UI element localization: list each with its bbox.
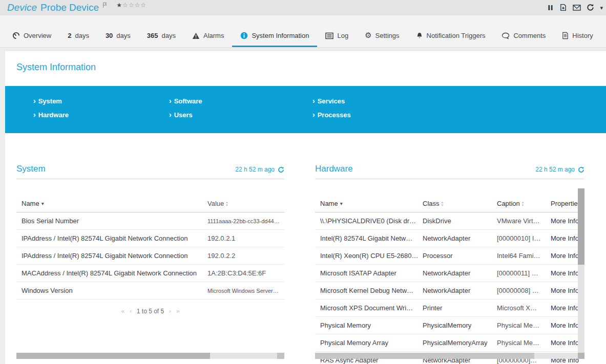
tab-alarms[interactable]: Alarms	[184, 32, 232, 47]
tab-number: 30	[106, 32, 113, 39]
row-name: Microsoft ISATAP Adapter	[320, 269, 423, 277]
quicklink-services[interactable]: ›Services	[312, 97, 351, 105]
hardware-col-caption[interactable]: Caption ▴▾	[497, 200, 551, 207]
row-caption: [00000010] I…	[497, 234, 551, 242]
device-title: Device Probe Device ★☆☆☆☆	[7, 0, 147, 15]
priority-flag-icon[interactable]	[102, 2, 108, 8]
quicklinks-band: ›System ›Hardware ›Software ›Users ›Serv…	[5, 86, 606, 133]
device-header-bar: Device Probe Device ★☆☆☆☆ ▾	[0, 0, 606, 15]
horizontal-scrollbar-thumb[interactable]	[315, 353, 534, 359]
tab-overview[interactable]: Overview	[4, 32, 59, 47]
quicklink-users[interactable]: ›Users	[169, 111, 202, 119]
tab-bar: Overview 2 days 30 days 365 days Alarms …	[0, 15, 606, 48]
system-updated: 22 h 52 m ago	[235, 166, 284, 173]
hardware-vertical-scrollbar[interactable]	[578, 188, 584, 353]
table-row[interactable]: Windows Version Microsoft Windows Server…	[16, 282, 284, 299]
tab-log[interactable]: Log	[317, 32, 357, 47]
table-row[interactable]: Physical Memory PhysicalMemory Physical …	[315, 317, 584, 334]
hardware-updated-text: 22 h 52 m ago	[535, 166, 575, 173]
table-row[interactable]: Microsoft ISATAP Adapter NetworkAdapter …	[315, 265, 584, 282]
table-row[interactable]: MACAddress / Intel(R) 82574L Gigabit Net…	[16, 265, 284, 282]
email-icon[interactable]	[573, 4, 581, 11]
row-value: 192.0.2.2	[207, 252, 284, 260]
row-name: Intel(R) Xeon(R) CPU E5-2680…	[320, 252, 423, 260]
quicklink-hardware[interactable]: ›Hardware	[33, 111, 69, 119]
table-row[interactable]: Intel(R) 82574L Gigabit Netw… NetworkAda…	[315, 230, 584, 247]
clone-device-icon[interactable]	[559, 4, 567, 11]
tab-365-days[interactable]: 365 days	[139, 32, 184, 47]
sort-both-icon: ▴▾	[442, 201, 444, 207]
hardware-panel: Hardware 22 h 52 m ago Name ▾ Class ▴▾ C…	[315, 164, 584, 364]
hardware-col-name[interactable]: Name ▾	[320, 200, 423, 207]
page-last-button[interactable]: »	[176, 307, 180, 315]
table-row[interactable]: Physical Memory Array PhysicalMemoryArra…	[315, 334, 584, 352]
row-caption: Microsoft X…	[497, 304, 551, 312]
refresh-icon[interactable]	[578, 166, 584, 173]
tab-label: Comments	[513, 32, 546, 39]
bell-icon	[416, 32, 423, 39]
device-type-label: Device	[7, 2, 37, 13]
tab-label: days	[75, 32, 89, 39]
row-name: IPAddress / Intel(R) 82574L Gigabit Netw…	[22, 234, 207, 242]
tab-2-days[interactable]: 2 days	[59, 32, 97, 47]
row-name: IPAddress / Intel(R) 82574L Gigabit Netw…	[22, 252, 207, 260]
quicklink-software[interactable]: ›Software	[169, 97, 202, 105]
row-caption: Physical Me…	[497, 322, 551, 329]
pause-icon[interactable]	[547, 4, 554, 11]
table-row[interactable]: IPAddress / Intel(R) 82574L Gigabit Netw…	[16, 247, 284, 265]
tab-label: Log	[337, 32, 348, 39]
star-filled-icon[interactable]: ★	[116, 2, 122, 9]
table-row[interactable]: Microsoft Kernel Debug Netw… NetworkAdap…	[315, 282, 584, 299]
table-row[interactable]: Bios Serial Number 1111aaaa-22bb-cc33-dd…	[16, 212, 284, 230]
row-class: DiskDrive	[423, 217, 497, 225]
row-value: 1111aaaa-22bb-cc33-dd44…	[207, 218, 284, 224]
tab-label: System Information	[252, 32, 309, 39]
row-caption: [00000008] …	[497, 287, 551, 294]
hardware-col-class[interactable]: Class ▴▾	[423, 200, 497, 207]
star-empty-icons[interactable]: ☆☆☆☆	[122, 2, 147, 9]
vertical-scrollbar-thumb[interactable]	[578, 188, 584, 265]
quicklink-label: Services	[318, 97, 345, 105]
row-name: Microsoft XPS Document Wri…	[320, 304, 423, 312]
row-class: Processor	[423, 252, 497, 260]
page-first-button[interactable]: «	[121, 307, 125, 315]
tab-system-information[interactable]: System Information	[232, 32, 317, 47]
scrollbar-corner	[578, 353, 584, 359]
table-row[interactable]: IPAddress / Intel(R) 82574L Gigabit Netw…	[16, 230, 284, 247]
refresh-icon[interactable]	[278, 166, 284, 173]
table-row[interactable]: Intel(R) Xeon(R) CPU E5-2680… Processor …	[315, 247, 584, 265]
hardware-horizontal-scrollbar[interactable]	[315, 353, 578, 359]
system-panel: System 22 h 52 m ago Name ▾ Value ▴▾ Bio…	[16, 164, 284, 315]
quicklink-processes[interactable]: ›Processes	[312, 111, 351, 119]
system-col-name[interactable]: Name ▾	[22, 200, 207, 207]
row-class: NetworkAdapter	[423, 234, 497, 242]
table-row[interactable]: Microsoft XPS Document Wri… Printer Micr…	[315, 299, 584, 317]
table-row[interactable]: \\.\PHYSICALDRIVE0 (Disk dr… DiskDrive V…	[315, 212, 584, 230]
hardware-updated: 22 h 52 m ago	[535, 166, 584, 173]
tabs: Overview 2 days 30 days 365 days Alarms …	[4, 32, 601, 47]
page-prev-button[interactable]: ‹	[130, 307, 132, 315]
main-content: System 22 h 52 m ago Name ▾ Value ▴▾ Bio…	[5, 133, 606, 364]
comment-bubble-icon	[501, 32, 510, 39]
tab-comments[interactable]: Comments	[493, 32, 554, 47]
header-menu-caret-icon[interactable]: ▾	[600, 5, 603, 11]
tab-30-days[interactable]: 30 days	[97, 32, 139, 47]
tab-settings[interactable]: ⚙ Settings	[357, 32, 407, 47]
page-title: System Information	[16, 62, 96, 73]
horizontal-scrollbar-thumb[interactable]	[16, 353, 210, 359]
refresh-icon[interactable]	[587, 4, 594, 11]
tab-history[interactable]: History	[554, 32, 601, 47]
row-name: MACAddress / Intel(R) 82574L Gigabit Net…	[22, 269, 207, 277]
tab-notification-triggers[interactable]: Notification Triggers	[408, 32, 494, 47]
priority-rating[interactable]: ★☆☆☆☆	[116, 2, 147, 9]
chevron-right-icon: ›	[312, 98, 315, 104]
system-horizontal-scrollbar[interactable]	[16, 353, 284, 359]
quicklink-system[interactable]: ›System	[33, 97, 69, 105]
row-name: Microsoft Kernel Debug Netw…	[320, 287, 423, 294]
system-col-value[interactable]: Value ▴▾	[207, 200, 284, 207]
tab-label: days	[116, 32, 130, 39]
scrollbar-end-button[interactable]	[277, 353, 284, 359]
page-next-button[interactable]: ›	[169, 307, 171, 315]
row-class: NetworkAdapter	[423, 269, 497, 277]
chevron-right-icon: ›	[169, 98, 172, 104]
